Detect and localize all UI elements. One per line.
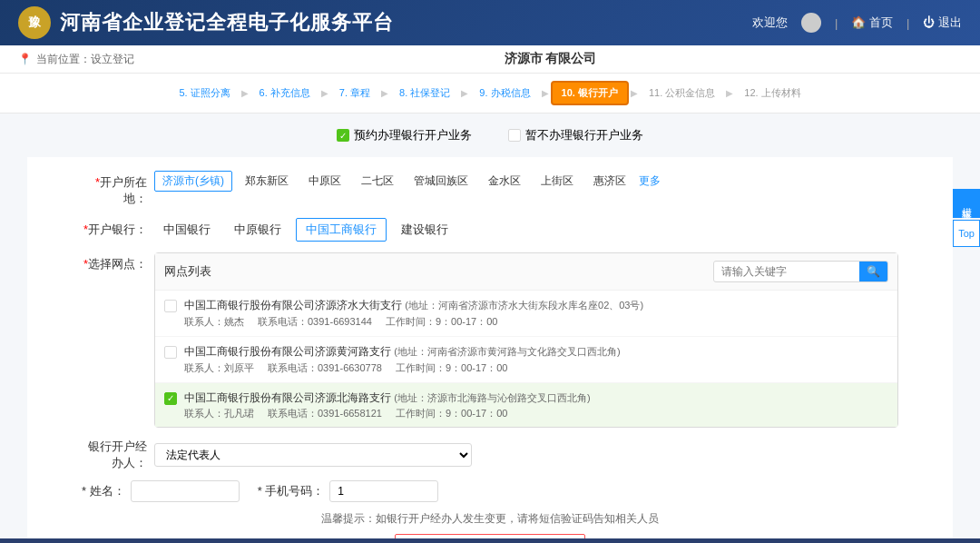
bank-agent-select[interactable]: 法定代表人 委托代理人 <box>154 443 472 467</box>
steps-bar: 5. 证照分离 ▶ 6. 补充信息 ▶ 7. 章程 ▶ 8. 社保登记 ▶ 9.… <box>0 74 980 114</box>
logout-link[interactable]: ⏻ 退出 <box>923 15 962 31</box>
name-input[interactable] <box>131 480 240 502</box>
network-checkbox-1[interactable] <box>164 346 177 359</box>
bank-tab-2[interactable]: 中国工商银行 <box>296 218 387 242</box>
account-location-content: 济源市(乡镇) 郑东新区 中原区 二七区 管城回族区 金水区 上街区 惠济区 更… <box>154 171 898 192</box>
network-list: 中国工商银行股份有限公司济源济水大街支行 (地址：河南省济源市济水大街东段水库名… <box>155 291 897 427</box>
divider1: | <box>835 16 838 30</box>
account-bank-row: *开户银行： 中国银行 中原银行 中国工商银行 建设银行 <box>82 218 898 242</box>
dont-open-checkbox[interactable] <box>508 129 521 142</box>
network-item-0: 中国工商银行股份有限公司济源济水大街支行 (地址：河南省济源市济水大街东段水库名… <box>155 291 897 337</box>
contact-name-1: 联系人：刘原平 <box>184 361 254 375</box>
location-more[interactable]: 更多 <box>639 173 661 189</box>
location-icon: 📍 <box>18 53 32 65</box>
dont-open-label: 暂不办理银行开户业务 <box>525 127 643 143</box>
network-checkbox-2[interactable]: ✓ <box>164 392 177 405</box>
contact-phone-1: 联系电话：0391-6630778 <box>268 361 382 375</box>
location-tag-0[interactable]: 济源市(乡镇) <box>154 171 232 192</box>
step-8[interactable]: 8. 社保登记 <box>390 83 459 104</box>
contact-name-0: 联系人：姚杰 <box>184 315 244 329</box>
network-search-input[interactable] <box>714 262 859 281</box>
location-tag-4[interactable]: 管城回族区 <box>407 172 475 191</box>
step-9[interactable]: 9. 办税信息 <box>470 83 539 104</box>
home-link[interactable]: 🏠 首页 <box>851 15 893 31</box>
location-tag-7[interactable]: 惠济区 <box>586 172 633 191</box>
arrow4: ▶ <box>461 88 468 98</box>
warning-text: 温馨提示：如银行开户经办人发生变更，请将短信验证码告知相关人员 <box>82 511 898 527</box>
network-info-0: 中国工商银行股份有限公司济源济水大街支行 (地址：河南省济源市济水大街东段水库名… <box>184 298 888 329</box>
bank-tab-1[interactable]: 中原银行 <box>225 219 290 241</box>
company-city: 济源市 <box>505 51 543 65</box>
header-left: 豫 河南省企业登记全程电子化服务平台 <box>18 6 394 39</box>
do-open-checkbox[interactable]: ✓ <box>337 129 349 142</box>
company-type: 有限公司 <box>545 51 596 65</box>
step-12[interactable]: 12. 上传材料 <box>735 83 809 104</box>
arrow5: ▶ <box>542 88 549 98</box>
bank-tab-0[interactable]: 中国银行 <box>154 219 220 241</box>
step-5[interactable]: 5. 证照分离 <box>170 83 239 104</box>
phone-input[interactable] <box>329 480 438 502</box>
network-name-2: 中国工商银行股份有限公司济源北海路支行 (地址：济源市北海路与沁创路交叉口西北角… <box>184 390 888 406</box>
do-open-label: 预约办理银行开户业务 <box>354 127 472 143</box>
location-tag-1[interactable]: 郑东新区 <box>238 172 296 191</box>
divider2: | <box>906 16 909 30</box>
network-info-2: 中国工商银行股份有限公司济源北海路支行 (地址：济源市北海路与沁创路交叉口西北角… <box>184 390 888 421</box>
arrow7: ▶ <box>726 88 733 98</box>
location-tag-3[interactable]: 二七区 <box>354 172 401 191</box>
agreement-checkbox[interactable] <box>403 538 416 539</box>
network-detail-1: 联系人：刘原平 联系电话：0391-6630778 工作时间：9：00-17：0… <box>184 361 888 375</box>
header-title: 河南省企业登记全程电子化服务平台 <box>60 9 394 36</box>
network-section: 网点列表 🔍 中国工商银行股份有限公司济 <box>154 252 898 428</box>
name-field-group: * 姓名： <box>82 480 240 502</box>
location-bar: 📍 当前位置：设立登记 济源市 有限公司 <box>0 45 980 74</box>
work-hours-0: 工作时间：9：00-17：00 <box>386 315 498 329</box>
network-detail-2: 联系人：孔凡珺 联系电话：0391-6658121 工作时间：9：00-17：0… <box>184 407 888 420</box>
network-row: *选择网点： 网点列表 🔍 <box>82 252 898 428</box>
location-tag-5[interactable]: 金水区 <box>481 172 528 191</box>
top-button[interactable]: Top <box>953 220 980 247</box>
step-11[interactable]: 11. 公积金信息 <box>640 83 724 104</box>
step-7[interactable]: 7. 章程 <box>330 83 379 104</box>
contact-phone-2: 联系电话：0391-6658121 <box>268 407 382 420</box>
phone-label: * 手机号码： <box>258 483 325 499</box>
account-bank-label: *开户银行： <box>82 218 154 238</box>
network-list-container: 网点列表 🔍 中国工商银行股份有限公司济 <box>154 252 898 428</box>
dont-open-option[interactable]: 暂不办理银行开户业务 <box>508 127 643 143</box>
bank-agent-row: 银行开户经办人： 法定代表人 委托代理人 <box>82 439 898 471</box>
network-search-button[interactable]: 🔍 <box>859 262 887 281</box>
work-hours-1: 工作时间：9：00-17：00 <box>396 361 508 375</box>
account-location-row: *开户所在地： 济源市(乡镇) 郑东新区 中原区 二七区 管城回族区 金水区 上… <box>82 171 898 207</box>
footer: 豫 请使用IE8及以上版本浏览器访问 河南省市场监督管理局 版权所有 技术支持：… <box>0 538 980 543</box>
network-detail-0: 联系人：姚杰 联系电话：0391-6693144 工作时间：9：00-17：00 <box>184 315 888 329</box>
location-tag-6[interactable]: 上街区 <box>534 172 581 191</box>
network-header: 网点列表 🔍 <box>155 253 897 291</box>
step-10[interactable]: 10. 银行开户 <box>551 81 629 105</box>
arrow3: ▶ <box>381 88 388 98</box>
template-download-button[interactable]: 模板下载 <box>953 189 980 218</box>
bank-options: ✓ 预约办理银行开户业务 暂不办理银行开户业务 <box>27 127 953 143</box>
network-item-1: 中国工商银行股份有限公司济源黄河路支行 (地址：河南省济源市黄河路与文化路交叉口… <box>155 337 897 383</box>
agreement-border[interactable]: 我已详细阅读并同意 《授权书》 <box>395 534 585 538</box>
right-panel: 模板下载 Top <box>953 189 980 247</box>
location-tag-2[interactable]: 中原区 <box>301 172 348 191</box>
work-hours-2: 工作时间：9：00-17：00 <box>396 407 508 420</box>
do-open-option[interactable]: ✓ 预约办理银行开户业务 <box>337 127 472 143</box>
phone-field-group: * 手机号码： <box>258 480 439 502</box>
network-name-0: 中国工商银行股份有限公司济源济水大街支行 (地址：河南省济源市济水大街东段水库名… <box>184 298 888 313</box>
step-6[interactable]: 6. 补充信息 <box>250 83 319 104</box>
form-section: *开户所在地： 济源市(乡镇) 郑东新区 中原区 二七区 管城回族区 金水区 上… <box>27 157 953 538</box>
user-avatar <box>801 13 821 33</box>
bank-tab-3[interactable]: 建设银行 <box>392 219 457 241</box>
welcome-text: 欢迎您 <box>752 15 788 31</box>
agreement-link[interactable]: 《授权书》 <box>523 537 577 538</box>
network-info-1: 中国工商银行股份有限公司济源黄河路支行 (地址：河南省济源市黄河路与文化路交叉口… <box>184 344 888 375</box>
network-title: 网点列表 <box>164 263 211 280</box>
location-text: 当前位置：设立登记 <box>36 52 134 67</box>
header-logo: 豫 <box>18 6 51 39</box>
network-checkbox-0[interactable] <box>164 300 177 312</box>
name-label: * 姓名： <box>82 483 125 499</box>
network-label: *选择网点： <box>82 252 154 272</box>
account-location-label: *开户所在地： <box>82 171 154 207</box>
network-name-1: 中国工商银行股份有限公司济源黄河路支行 (地址：河南省济源市黄河路与文化路交叉口… <box>184 344 888 360</box>
main-content: ✓ 预约办理银行开户业务 暂不办理银行开户业务 *开户所在地： 济源市(乡镇) … <box>0 114 980 538</box>
